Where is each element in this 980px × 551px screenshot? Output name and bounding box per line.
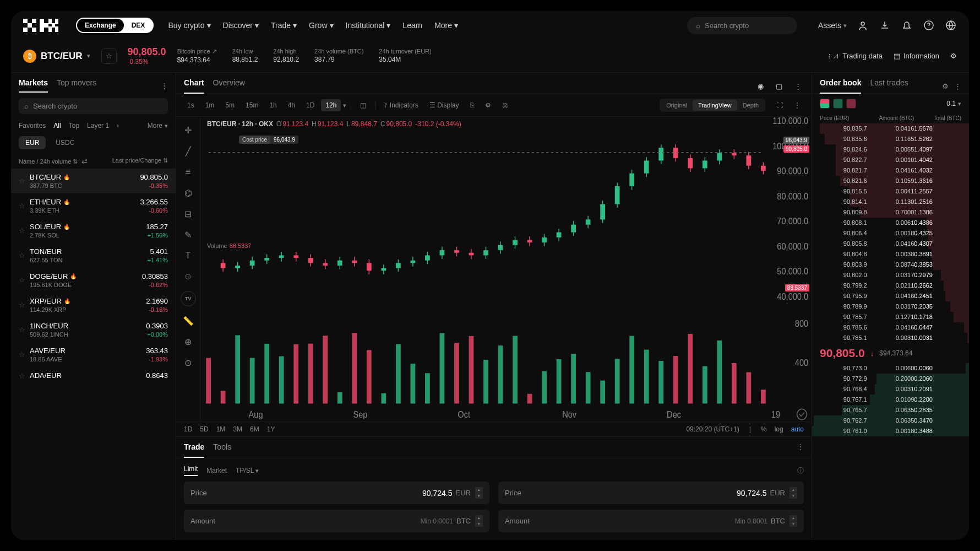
- tf-more[interactable]: ▾: [343, 102, 346, 109]
- market-row-doge-eur[interactable]: ☆ DOGE/EUR 🔥195.61K DOGE 0.30853-0.62%: [11, 268, 176, 293]
- settings-button[interactable]: ⚙: [950, 52, 957, 60]
- trading-data-link[interactable]: ⫶⩘Trading data: [828, 52, 883, 60]
- ob-row[interactable]: 90,802.00.03170.2979: [812, 270, 969, 280]
- step-up[interactable]: ▴: [475, 487, 483, 493]
- nav-discover[interactable]: Discover ▾: [223, 21, 259, 30]
- ob-row[interactable]: 90,773.00.00600.0060: [812, 363, 969, 374]
- nav-grow[interactable]: Grow ▾: [309, 21, 333, 30]
- ob-row[interactable]: 90,815.50.00411.2557: [812, 186, 969, 197]
- range-5D[interactable]: 5D: [200, 425, 208, 433]
- ob-row[interactable]: 90,772.90.20000.2060: [812, 374, 969, 384]
- ob-row[interactable]: 90,799.20.02110.2662: [812, 280, 969, 291]
- magnet-tool[interactable]: ⊙: [182, 356, 195, 369]
- filter-favorites[interactable]: Favorites: [19, 122, 46, 129]
- ob-row[interactable]: 90,762.70.06350.3470: [812, 415, 969, 426]
- toggle-exchange[interactable]: Exchange: [77, 19, 124, 32]
- pct-toggle[interactable]: %: [761, 425, 767, 433]
- ob-menu-icon[interactable]: ⋮: [954, 82, 961, 90]
- currency-eur[interactable]: EUR: [19, 136, 46, 149]
- snapshot-btn[interactable]: ⎘: [466, 99, 478, 111]
- brush-tool[interactable]: ✎: [182, 228, 195, 241]
- tf-4h[interactable]: 4h: [284, 99, 300, 111]
- assets-dropdown[interactable]: Assets ▾: [818, 21, 847, 30]
- fullscreen-btn[interactable]: ⛶: [772, 99, 787, 111]
- tab-overview[interactable]: Overview: [213, 78, 245, 94]
- nav-learn[interactable]: Learn: [402, 21, 422, 30]
- filter-more[interactable]: More ▾: [148, 122, 168, 129]
- ob-row[interactable]: 90,806.40.00180.4325: [812, 228, 969, 239]
- alert-icon[interactable]: ◉: [754, 80, 766, 92]
- candle-type[interactable]: ◫: [356, 99, 371, 111]
- layout-icon[interactable]: ▢: [773, 80, 785, 92]
- star-icon[interactable]: ☆: [19, 350, 25, 359]
- ob-row[interactable]: 90,822.70.00101.4042: [812, 155, 969, 165]
- sidebar-menu-icon[interactable]: ⋮: [161, 82, 168, 90]
- order-market[interactable]: Market: [206, 467, 227, 474]
- ob-row[interactable]: 90,805.80.04160.4307: [812, 239, 969, 249]
- information-link[interactable]: ▤Information: [894, 52, 939, 60]
- pair-selector[interactable]: ₿ BTC/EUR ▾: [23, 50, 90, 63]
- tf-1h[interactable]: 1h: [265, 99, 281, 111]
- ob-row[interactable]: 90,824.60.00551.4097: [812, 144, 969, 155]
- range-6M[interactable]: 6M: [250, 425, 259, 433]
- stat-bitcoin-price[interactable]: Bitcoin price ↗$94,373.64: [177, 48, 217, 64]
- sell-price-input[interactable]: Price 90,724.5 EUR ▴▾: [498, 482, 804, 504]
- range-1D[interactable]: 1D: [184, 425, 192, 433]
- help-icon[interactable]: [923, 19, 935, 31]
- tf-15m[interactable]: 15m: [241, 99, 263, 111]
- ob-row[interactable]: 90,761.00.00180.3488: [812, 426, 969, 436]
- col-price[interactable]: Last price/Change ⇅: [112, 157, 168, 165]
- star-icon[interactable]: ☆: [19, 226, 25, 235]
- ob-row[interactable]: 90,785.60.04160.0447: [812, 322, 969, 333]
- order-tpsl[interactable]: TP/SL ▾: [236, 467, 259, 474]
- ob-row[interactable]: 90,803.90.08740.3853: [812, 260, 969, 270]
- filter-all[interactable]: All: [53, 122, 61, 129]
- market-row-aave-eur[interactable]: ☆ AAVE/EUR18.86 AAVE 363.43-1.93%: [11, 342, 176, 367]
- star-icon[interactable]: ☆: [19, 372, 25, 380]
- tab-orderbook[interactable]: Order book: [820, 78, 861, 94]
- star-icon[interactable]: ☆: [19, 301, 25, 309]
- market-row-eth-eur[interactable]: ☆ ETH/EUR 🔥3.39K ETH 3,266.55-0.60%: [11, 193, 176, 218]
- ob-row[interactable]: 90,789.90.03170.2035: [812, 301, 969, 312]
- tab-top-movers[interactable]: Top movers: [57, 78, 96, 93]
- filter-top[interactable]: Top: [69, 122, 79, 129]
- log-toggle[interactable]: log: [775, 425, 783, 433]
- range-1M[interactable]: 1M: [216, 425, 226, 433]
- col-name[interactable]: Name / 24h volume ⇅ ⇄: [19, 157, 88, 165]
- indicators-btn[interactable]: ⫯ Indicators: [380, 99, 422, 111]
- market-row-xrp-eur[interactable]: ☆ XRP/EUR 🔥114.29K XRP 2.1690-0.16%: [11, 293, 176, 317]
- sell-amount-input[interactable]: Amount Min 0.0001 BTC ▴▾: [498, 510, 804, 532]
- ob-view-split[interactable]: [820, 99, 830, 109]
- star-icon[interactable]: ☆: [19, 326, 25, 334]
- ob-row[interactable]: 90,768.40.00310.2091: [812, 384, 969, 395]
- tf-1m[interactable]: 1m: [201, 99, 219, 111]
- chart-menu-icon[interactable]: ⋮: [792, 80, 804, 92]
- ob-row[interactable]: 90,814.10.11301.2516: [812, 197, 969, 207]
- ob-view-bids[interactable]: [833, 99, 843, 109]
- star-icon[interactable]: ☆: [19, 177, 25, 185]
- global-search[interactable]: ⌕ Search crypto: [687, 17, 797, 34]
- price-chart[interactable]: 110,000.0100,000.090,000.080,000.070,000…: [200, 117, 812, 422]
- market-search[interactable]: ⌕ Search crypto: [19, 98, 168, 114]
- globe-icon[interactable]: [945, 19, 957, 31]
- display-btn[interactable]: ☰ Display: [425, 99, 464, 111]
- text-tool[interactable]: T: [182, 249, 195, 262]
- star-icon[interactable]: ☆: [19, 202, 25, 210]
- view-depth[interactable]: Depth: [737, 100, 764, 111]
- ob-row[interactable]: 90,767.10.01090.2200: [812, 395, 969, 405]
- range-1Y[interactable]: 1Y: [267, 425, 275, 433]
- ob-row[interactable]: 90,809.80.70001.1386: [812, 207, 969, 218]
- auto-toggle[interactable]: auto: [791, 425, 804, 433]
- ob-row[interactable]: 90,808.10.00610.4386: [812, 218, 969, 228]
- view-original[interactable]: Original: [661, 100, 693, 111]
- ob-row[interactable]: 90,795.90.04160.2451: [812, 291, 969, 301]
- crosshair-tool[interactable]: ✛: [182, 123, 195, 137]
- nav-more[interactable]: More ▾: [434, 21, 458, 30]
- filter-layer-1[interactable]: Layer 1: [87, 122, 109, 129]
- filter-scroll-right[interactable]: ›: [117, 122, 119, 129]
- view-tradingview[interactable]: TradingView: [693, 100, 737, 111]
- chart-settings[interactable]: ⚙: [481, 99, 496, 111]
- star-icon[interactable]: ☆: [19, 276, 25, 284]
- tab-last-trades[interactable]: Last trades: [870, 78, 908, 94]
- tab-chart[interactable]: Chart: [184, 78, 204, 94]
